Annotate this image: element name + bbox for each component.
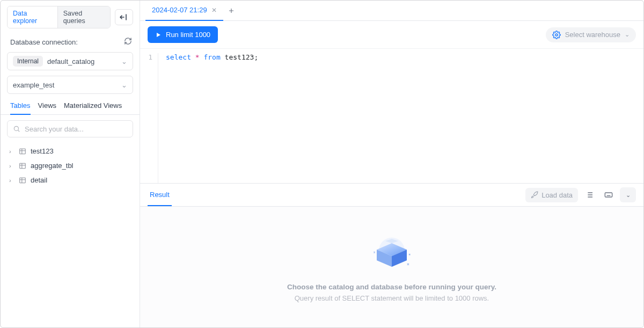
catalog-value: default_catalog (47, 57, 94, 65)
connection-label: Database connection: (10, 38, 78, 46)
table-name: detail (31, 176, 47, 184)
collapse-sidebar-button[interactable] (115, 9, 133, 25)
rocket-icon (531, 191, 538, 199)
table-icon (19, 177, 26, 184)
table-name: aggregate_tbl (31, 162, 74, 170)
empty-subtitle: Query result of SELECT statement will be… (295, 294, 489, 302)
play-icon (155, 32, 162, 38)
svg-point-4 (555, 34, 558, 36)
refresh-icon (124, 37, 132, 45)
svg-rect-5 (605, 193, 612, 197)
close-tab-button[interactable]: ✕ (211, 6, 217, 14)
subtab-views[interactable]: Views (38, 101, 56, 114)
table-row[interactable]: › aggregate_tbl (6, 158, 134, 173)
editor-toolbar: Run limit 1000 Select warehouse ⌄ (140, 21, 643, 49)
sql-keyword: from (203, 53, 220, 61)
collapse-icon (120, 13, 128, 21)
keyboard-button[interactable] (601, 187, 617, 202)
sidebar: Data explorer Saved queries Database con… (1, 1, 140, 327)
schema-value: example_test (13, 81, 54, 89)
sql-identifier: test123; (225, 53, 259, 61)
load-data-button[interactable]: Load data (525, 188, 578, 202)
chevron-down-icon: ⌄ (626, 192, 631, 199)
table-icon (19, 162, 26, 170)
plus-icon (228, 7, 235, 14)
load-data-label: Load data (541, 191, 573, 199)
code-line[interactable]: select * from test123; (158, 53, 258, 183)
editor-tabstrip: 2024-02-07 21:29 ✕ (140, 1, 643, 21)
chevron-right-icon: › (9, 148, 14, 155)
warehouse-label: Select warehouse (565, 31, 620, 39)
schema-select[interactable]: example_test ⌄ (7, 76, 133, 94)
empty-box-illustration (365, 232, 419, 275)
keyboard-icon (604, 191, 613, 199)
line-gutter: 1 (140, 53, 158, 183)
result-toolbar: Result Load data ⌄ (140, 183, 643, 207)
list-icon (585, 191, 594, 199)
gear-icon (552, 31, 561, 39)
sql-editor[interactable]: 1 select * from test123; (140, 49, 643, 183)
main-panel: 2024-02-07 21:29 ✕ Run limit 1000 Select… (140, 1, 643, 327)
chevron-right-icon: › (9, 177, 14, 184)
table-row[interactable]: › detail (6, 173, 134, 187)
table-name: test123 (31, 147, 54, 155)
catalog-select[interactable]: Internal default_catalog ⌄ (7, 52, 133, 70)
tables-tree: › test123 › aggregate_tbl › detail (1, 143, 140, 188)
search-input[interactable] (25, 125, 127, 133)
format-rows-button[interactable] (581, 187, 597, 202)
sidebar-mode-tabs: Data explorer Saved queries (7, 6, 111, 28)
subtab-tables[interactable]: Tables (10, 101, 31, 115)
table-icon (19, 148, 26, 155)
svg-rect-3 (20, 178, 26, 183)
svg-point-0 (14, 126, 18, 130)
search-icon (13, 125, 20, 133)
tab-saved-queries[interactable]: Saved queries (57, 6, 110, 28)
table-row[interactable]: › test123 (6, 144, 134, 158)
tab-data-explorer[interactable]: Data explorer (8, 6, 57, 28)
subtab-materialized-views[interactable]: Materialized Views (64, 101, 122, 114)
run-button[interactable]: Run limit 1000 (148, 26, 218, 43)
sql-operator: * (195, 53, 200, 61)
add-tab-button[interactable] (223, 7, 239, 14)
result-tab[interactable]: Result (148, 184, 172, 206)
sql-keyword: select (166, 53, 191, 61)
editor-tab[interactable]: 2024-02-07 21:29 ✕ (145, 1, 223, 21)
svg-rect-1 (20, 149, 26, 154)
catalog-type-pill: Internal (13, 56, 43, 67)
chevron-right-icon: › (9, 163, 14, 169)
search-box[interactable] (7, 120, 133, 137)
warehouse-select[interactable]: Select warehouse ⌄ (546, 27, 636, 42)
result-empty-state: Choose the catalog and database before r… (140, 207, 643, 327)
editor-tab-label: 2024-02-07 21:29 (152, 6, 207, 14)
line-number: 1 (140, 53, 152, 61)
chevron-down-icon: ⌄ (121, 81, 127, 89)
svg-rect-2 (20, 163, 26, 168)
empty-title: Choose the catalog and database before r… (287, 283, 496, 291)
more-menu-button[interactable]: ⌄ (620, 187, 636, 202)
run-button-label: Run limit 1000 (166, 31, 210, 39)
chevron-down-icon: ⌄ (121, 57, 127, 65)
chevron-down-icon: ⌄ (625, 31, 630, 38)
refresh-button[interactable] (124, 37, 132, 47)
object-type-tabs: Tables Views Materialized Views (1, 97, 140, 115)
